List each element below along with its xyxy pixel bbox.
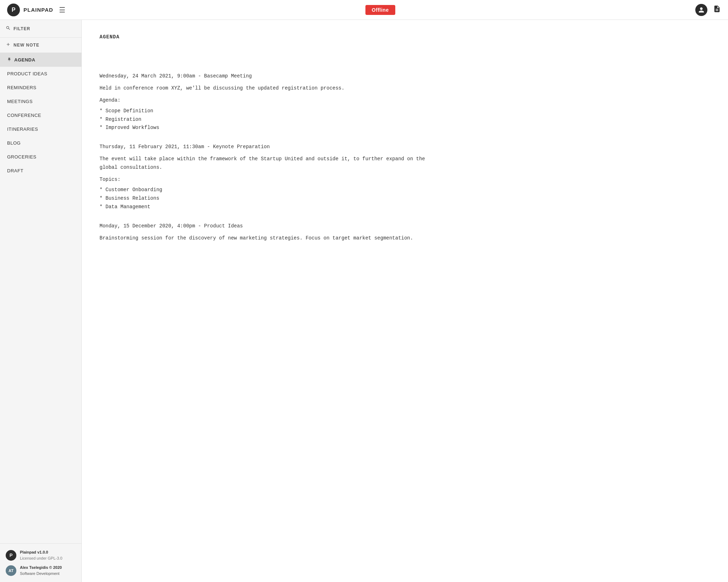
sidebar-filter-section: FILTER — [0, 20, 81, 38]
main-layout: FILTER NEW NOTE AGENDAPRODUCT IDEASREMIN… — [0, 20, 728, 582]
meeting-header: Wednesday, 24 March 2021, 9:00am - Basec… — [100, 72, 710, 81]
topics-header: Agenda: — [100, 96, 710, 105]
topic-item: * Scope Definition — [100, 107, 710, 115]
agenda-section-1: Thursday, 11 February 2021, 11:30am - Ke… — [100, 143, 710, 211]
sidebar-footer: P Plainpad v1.0.0 Licensed under GPL-3.0… — [0, 543, 81, 582]
header-left: P PLAINPAD ☰ — [7, 4, 65, 16]
meeting-header: Thursday, 11 February 2021, 11:30am - Ke… — [100, 143, 710, 151]
sidebar-item-product-ideas[interactable]: PRODUCT IDEAS — [0, 67, 81, 81]
topics-list: * Scope Definition* Registration* Improv… — [100, 107, 710, 132]
content-area: AGENDA Wednesday, 24 March 2021, 9:00am … — [82, 20, 728, 582]
topic-item: * Business Relations — [100, 194, 710, 203]
notes-list-icon[interactable] — [713, 5, 721, 15]
topics-list: * Customer Onboarding* Business Relation… — [100, 186, 710, 211]
footer-user-text: Alex Tselegidis © 2020 Software Developm… — [20, 565, 62, 576]
topic-item: * Improved Workflows — [100, 124, 710, 132]
sidebar: FILTER NEW NOTE AGENDAPRODUCT IDEASREMIN… — [0, 20, 82, 582]
app-license: Licensed under GPL-3.0 — [20, 555, 62, 561]
sidebar-item-groceries[interactable]: GROCERIES — [0, 150, 81, 164]
sidebar-item-draft[interactable]: DRAFT — [0, 164, 81, 178]
nav-items: AGENDAPRODUCT IDEASREMINDERSMEETINGSCONF… — [0, 53, 81, 543]
agenda-content: Wednesday, 24 March 2021, 9:00am - Basec… — [100, 47, 710, 242]
footer-user-info: AT Alex Tselegidis © 2020 Software Devel… — [6, 565, 76, 576]
pin-icon — [7, 57, 11, 63]
offline-badge: Offline — [365, 5, 395, 15]
meeting-description: Brainstorming session for the discovery … — [100, 234, 710, 243]
plus-icon — [6, 42, 11, 48]
content-title: AGENDA — [100, 34, 710, 40]
sidebar-item-meetings[interactable]: MEETINGS — [0, 95, 81, 108]
nav-item-label: AGENDA — [14, 57, 35, 63]
user-avatar: AT — [6, 565, 16, 576]
topics-header: Topics: — [100, 176, 710, 184]
meeting-description: Held in conference room XYZ, we'll be di… — [100, 84, 710, 93]
user-role: Software Development — [20, 571, 62, 577]
header: P PLAINPAD ☰ Offline — [0, 0, 728, 20]
filter-button[interactable]: FILTER — [6, 24, 76, 33]
nav-item-label: ITINERARIES — [7, 126, 38, 132]
sidebar-item-blog[interactable]: BLOG — [0, 136, 81, 150]
nav-item-label: DRAFT — [7, 168, 23, 173]
nav-item-label: PRODUCT IDEAS — [7, 71, 47, 76]
sidebar-item-reminders[interactable]: REMINDERS — [0, 81, 81, 95]
topic-item: * Registration — [100, 115, 710, 124]
meeting-header: Monday, 15 December 2020, 4:00pm - Produ… — [100, 222, 710, 231]
app-logo-icon: P — [7, 4, 20, 16]
header-center: Offline — [365, 5, 395, 15]
nav-item-label: CONFERENCE — [7, 113, 41, 118]
logo-container: P PLAINPAD — [7, 4, 53, 16]
footer-logo-icon: P — [6, 550, 16, 561]
footer-app-text: Plainpad v1.0.0 Licensed under GPL-3.0 — [20, 549, 62, 561]
topic-item: * Data Management — [100, 203, 710, 211]
new-note-label: NEW NOTE — [14, 43, 39, 48]
nav-item-label: REMINDERS — [7, 85, 37, 90]
user-name: Alex Tselegidis © 2020 — [20, 565, 62, 571]
nav-item-label: BLOG — [7, 140, 21, 146]
user-account-icon[interactable] — [695, 4, 707, 16]
sidebar-item-agenda[interactable]: AGENDA — [0, 53, 81, 67]
footer-app-info: P Plainpad v1.0.0 Licensed under GPL-3.0 — [6, 549, 76, 561]
nav-item-label: MEETINGS — [7, 99, 33, 104]
hamburger-menu-icon[interactable]: ☰ — [59, 6, 65, 14]
agenda-section-2: Monday, 15 December 2020, 4:00pm - Produ… — [100, 222, 710, 243]
app-version: Plainpad v1.0.0 — [20, 549, 62, 555]
agenda-section-0: Wednesday, 24 March 2021, 9:00am - Basec… — [100, 72, 710, 132]
sidebar-item-conference[interactable]: CONFERENCE — [0, 108, 81, 122]
filter-label: FILTER — [14, 26, 30, 31]
sidebar-item-itineraries[interactable]: ITINERARIES — [0, 122, 81, 136]
app-name: PLAINPAD — [23, 7, 53, 13]
nav-item-label: GROCERIES — [7, 154, 37, 160]
topic-item: * Customer Onboarding — [100, 186, 710, 194]
header-right — [695, 4, 721, 16]
meeting-description: The event will take place within the fra… — [100, 155, 710, 172]
search-icon — [6, 26, 11, 32]
new-note-button[interactable]: NEW NOTE — [0, 38, 81, 53]
